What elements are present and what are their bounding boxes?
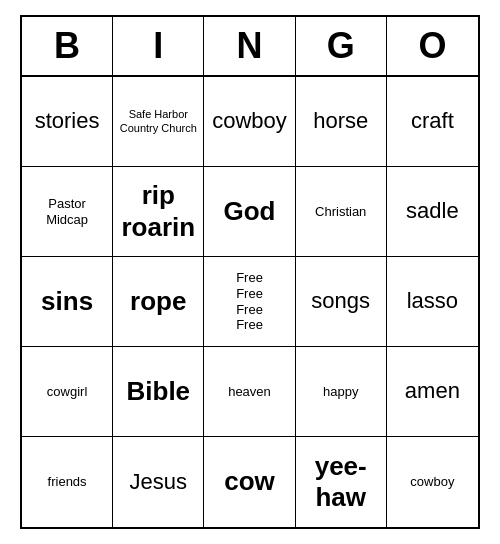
header-letter: N [204,17,295,75]
cell-text: cow [224,466,275,497]
cell-text: yee-haw [300,451,382,513]
bingo-cell: sadle [387,167,478,257]
cell-text: sadle [406,198,459,224]
bingo-cell: lasso [387,257,478,347]
cell-text: cowboy [212,108,287,134]
bingo-cell: God [204,167,295,257]
cell-text: sins [41,286,93,317]
bingo-cell: songs [296,257,387,347]
bingo-cell: cowboy [387,437,478,527]
cell-text: Bible [127,376,191,407]
cell-text: songs [311,288,370,314]
bingo-grid: storiesSafe Harbor Country Churchcowboyh… [22,77,478,527]
bingo-cell: amen [387,347,478,437]
cell-text: amen [405,378,460,404]
cell-text: craft [411,108,454,134]
bingo-cell: friends [22,437,113,527]
cell-text: happy [323,384,358,400]
cell-text: heaven [228,384,271,400]
cell-text: Safe Harbor Country Church [117,108,199,134]
cell-text: cowgirl [47,384,87,400]
cell-text: friends [48,474,87,490]
bingo-cell: rip roarin [113,167,204,257]
bingo-header: BINGO [22,17,478,77]
cell-text: stories [35,108,100,134]
cell-text: Jesus [130,469,187,495]
bingo-cell: Bible [113,347,204,437]
bingo-cell: rope [113,257,204,347]
bingo-cell: cowboy [204,77,295,167]
cell-text: Pastor Midcap [26,196,108,227]
bingo-cell: horse [296,77,387,167]
bingo-cell: happy [296,347,387,437]
bingo-cell: Free Free Free Free [204,257,295,347]
cell-text: rope [130,286,186,317]
bingo-cell: Safe Harbor Country Church [113,77,204,167]
header-letter: O [387,17,478,75]
cell-text: lasso [407,288,458,314]
cell-text: Christian [315,204,366,220]
cell-text: Free Free Free Free [236,270,263,332]
bingo-cell: sins [22,257,113,347]
header-letter: B [22,17,113,75]
bingo-cell: stories [22,77,113,167]
header-letter: I [113,17,204,75]
bingo-cell: Pastor Midcap [22,167,113,257]
cell-text: cowboy [410,474,454,490]
bingo-cell: Christian [296,167,387,257]
bingo-cell: Jesus [113,437,204,527]
bingo-cell: craft [387,77,478,167]
header-letter: G [296,17,387,75]
cell-text: rip roarin [117,180,199,242]
bingo-cell: heaven [204,347,295,437]
cell-text: horse [313,108,368,134]
bingo-cell: cow [204,437,295,527]
bingo-card: BINGO storiesSafe Harbor Country Churchc… [20,15,480,529]
cell-text: God [223,196,275,227]
bingo-cell: cowgirl [22,347,113,437]
bingo-cell: yee-haw [296,437,387,527]
